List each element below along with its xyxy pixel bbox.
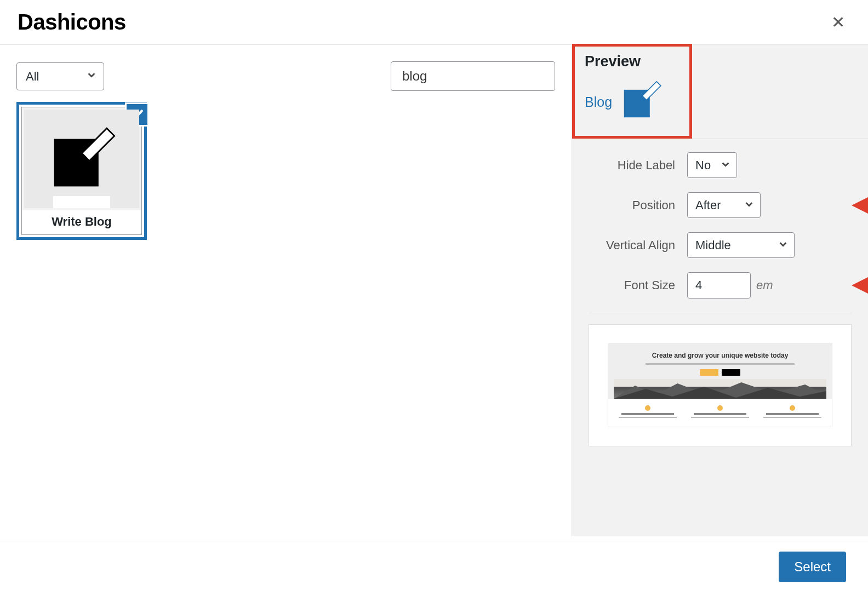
icon-shadow xyxy=(53,196,110,208)
promo-inner: Create and grow your unique website toda… xyxy=(608,343,832,427)
setting-vertical-align: Vertical Align Middle xyxy=(589,232,852,258)
filter-row: All xyxy=(16,61,555,91)
feature-dot-icon xyxy=(790,405,795,411)
font-size-unit: em xyxy=(756,278,773,292)
preview-heading: Preview xyxy=(585,53,679,70)
modal-footer: Select xyxy=(0,542,868,591)
icon-card[interactable]: Write Blog xyxy=(16,102,147,240)
modal-title: Dashicons xyxy=(18,10,126,35)
position-select[interactable]: After xyxy=(687,192,761,218)
setting-label: Position xyxy=(589,198,687,213)
promo-thumbnail: Create and grow your unique website toda… xyxy=(589,324,852,446)
arrow-head-icon xyxy=(852,196,868,215)
mountains-icon xyxy=(614,379,826,399)
select-wrap: After xyxy=(687,192,761,218)
feature-title-line xyxy=(621,413,673,415)
select-wrap: No xyxy=(687,152,737,178)
category-select[interactable]: All xyxy=(16,62,104,90)
promo-buttons xyxy=(614,369,826,376)
modal-body: All xyxy=(0,45,868,536)
promo-button-primary xyxy=(700,369,718,376)
icon-card-label: Write Blog xyxy=(22,210,141,234)
setting-label: Vertical Align xyxy=(589,238,687,253)
preview-label-text: Blog xyxy=(585,94,612,110)
setting-hide-label: Hide Label No xyxy=(589,152,852,178)
feature-text-line xyxy=(619,417,677,418)
feature-item xyxy=(760,405,825,418)
preview-box: Preview Blog xyxy=(572,44,692,139)
feature-dot-icon xyxy=(717,405,723,411)
select-button[interactable]: Select xyxy=(779,552,846,582)
promo-banner-title: Create and grow your unique website toda… xyxy=(614,352,826,360)
promo-features xyxy=(608,399,832,427)
search-input[interactable] xyxy=(391,61,555,91)
icon-browser: All xyxy=(0,45,572,536)
hide-label-select[interactable]: No xyxy=(687,152,737,178)
write-blog-icon xyxy=(43,121,120,197)
modal-header: Dashicons ✕ xyxy=(0,0,868,45)
icon-card-inner: Write Blog xyxy=(21,107,142,235)
preview-icon xyxy=(618,78,664,126)
arrow-head-icon xyxy=(852,276,868,295)
feature-title-line xyxy=(766,413,818,415)
close-button[interactable]: ✕ xyxy=(827,12,849,33)
setting-position: Position After xyxy=(589,192,852,218)
close-icon: ✕ xyxy=(831,13,845,31)
preview-content: Blog xyxy=(585,78,679,126)
annotation-arrow xyxy=(852,199,868,212)
feature-text-line xyxy=(763,417,822,418)
setting-font-size: Font Size em xyxy=(589,272,852,299)
promo-subtitle-line xyxy=(646,363,795,365)
write-blog-icon xyxy=(618,78,664,124)
setting-label: Font Size xyxy=(589,278,687,292)
icon-thumbnail xyxy=(24,110,139,208)
promo-hero-image xyxy=(614,379,826,399)
feature-title-line xyxy=(694,413,746,415)
promo-button-secondary xyxy=(722,369,740,376)
category-select-wrap: All xyxy=(16,62,104,90)
feature-text-line xyxy=(691,417,750,418)
feature-dot-icon xyxy=(645,405,650,411)
feature-item xyxy=(615,405,681,418)
select-wrap: Middle xyxy=(687,232,795,258)
annotation-arrow xyxy=(852,279,868,292)
settings-list: Hide Label No Position After xyxy=(572,139,868,313)
feature-item xyxy=(688,405,753,418)
settings-sidebar: Preview Blog Hide Lab xyxy=(572,45,868,536)
font-size-input[interactable] xyxy=(687,272,751,299)
promo-banner: Create and grow your unique website toda… xyxy=(608,344,832,399)
setting-label: Hide Label xyxy=(589,158,687,173)
valign-select[interactable]: Middle xyxy=(687,232,795,258)
